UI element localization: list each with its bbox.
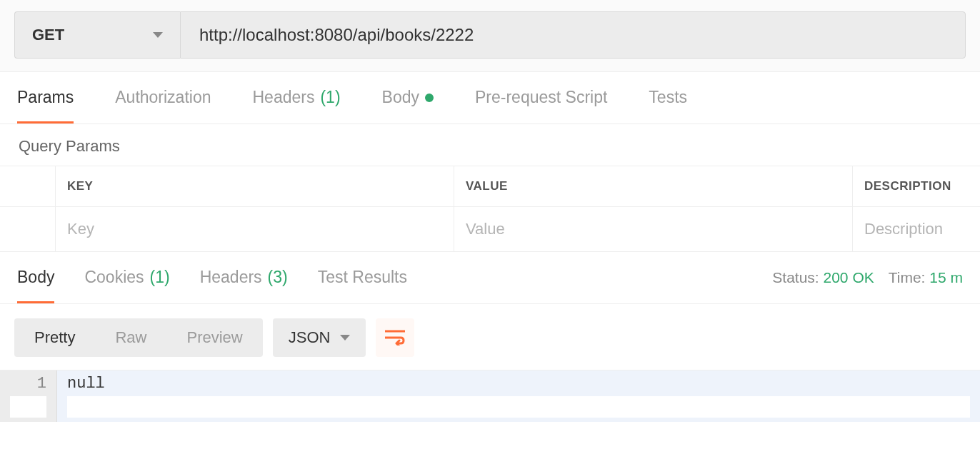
tab-params[interactable]: Params — [17, 72, 74, 123]
method-text: GET — [32, 26, 64, 44]
time-label: Time: — [889, 269, 926, 286]
preview-button[interactable]: Preview — [166, 318, 262, 357]
status-label: Status: — [772, 269, 819, 286]
tab-label: Pre-request Script — [475, 88, 607, 107]
col-header-value: VALUE — [454, 166, 853, 206]
tab-label: Authorization — [115, 88, 211, 107]
drag-handle-col — [0, 166, 56, 206]
body-toolbar: Pretty Raw Preview JSON — [0, 304, 980, 370]
wrap-lines-button[interactable] — [376, 318, 414, 357]
code-gutter: 1 — [0, 370, 57, 422]
col-header-desc: DESCRIPTION — [853, 166, 980, 206]
rtab-headers[interactable]: Headers(3) — [200, 252, 288, 303]
params-table-row — [0, 207, 980, 252]
rtab-testresults[interactable]: Test Results — [318, 252, 407, 303]
status-value: 200 OK — [824, 269, 874, 286]
chevron-down-icon — [340, 335, 350, 340]
headers-count: (1) — [320, 88, 340, 107]
rtab-label: Test Results — [318, 268, 407, 287]
pretty-button[interactable]: Pretty — [14, 318, 95, 357]
request-tabs: Params Authorization Headers(1) Body Pre… — [0, 72, 980, 124]
param-value-input[interactable] — [466, 220, 841, 238]
body-dot-icon — [425, 94, 434, 102]
request-bar: GET — [0, 0, 980, 72]
response-tabs-row: Body Cookies(1) Headers(3) Test Results … — [0, 252, 980, 304]
tab-authorization[interactable]: Authorization — [115, 72, 211, 123]
url-input[interactable] — [180, 11, 966, 59]
rtab-label: Cookies — [84, 268, 144, 287]
tab-label: Tests — [649, 88, 687, 107]
rtab-body[interactable]: Body — [17, 252, 54, 303]
tab-headers[interactable]: Headers(1) — [253, 72, 341, 123]
rtab-label: Body — [17, 268, 54, 287]
params-table-head: KEY VALUE DESCRIPTION — [0, 166, 980, 207]
col-header-key: KEY — [56, 166, 454, 206]
tab-label: Params — [17, 88, 74, 107]
raw-button[interactable]: Raw — [95, 318, 166, 357]
response-headers-count: (3) — [268, 268, 288, 287]
time-item: Time: 15 m — [889, 269, 963, 286]
format-label: JSON — [289, 328, 331, 347]
line-number: 1 — [10, 375, 46, 396]
tab-label: Body — [382, 88, 419, 107]
rtab-cookies[interactable]: Cookies(1) — [84, 252, 169, 303]
params-table: KEY VALUE DESCRIPTION — [0, 166, 980, 252]
code-line-empty — [67, 396, 970, 418]
tab-prerequest[interactable]: Pre-request Script — [475, 72, 607, 123]
code-content[interactable]: null — [57, 370, 980, 422]
param-desc-input[interactable] — [864, 220, 969, 238]
param-key-input[interactable] — [67, 220, 442, 238]
response-code-area: 1 null — [0, 370, 980, 422]
status-block: Status: 200 OK Time: 15 m — [772, 269, 963, 286]
method-select[interactable]: GET — [14, 11, 180, 59]
chevron-down-icon — [153, 32, 163, 38]
cookies-count: (1) — [150, 268, 170, 287]
rtab-label: Headers — [200, 268, 262, 287]
time-value: 15 m — [929, 269, 963, 286]
status-item: Status: 200 OK — [772, 269, 874, 286]
format-select[interactable]: JSON — [273, 318, 366, 357]
wrap-icon — [385, 330, 405, 345]
response-tabs: Body Cookies(1) Headers(3) Test Results — [17, 252, 407, 303]
line-number-empty — [10, 396, 46, 418]
view-mode-group: Pretty Raw Preview — [14, 318, 263, 357]
tab-body[interactable]: Body — [382, 72, 434, 123]
code-line: null — [67, 375, 970, 396]
tab-label: Headers — [253, 88, 315, 107]
query-params-title: Query Params — [0, 124, 980, 166]
drag-handle[interactable] — [0, 207, 56, 251]
tab-tests[interactable]: Tests — [649, 72, 687, 123]
